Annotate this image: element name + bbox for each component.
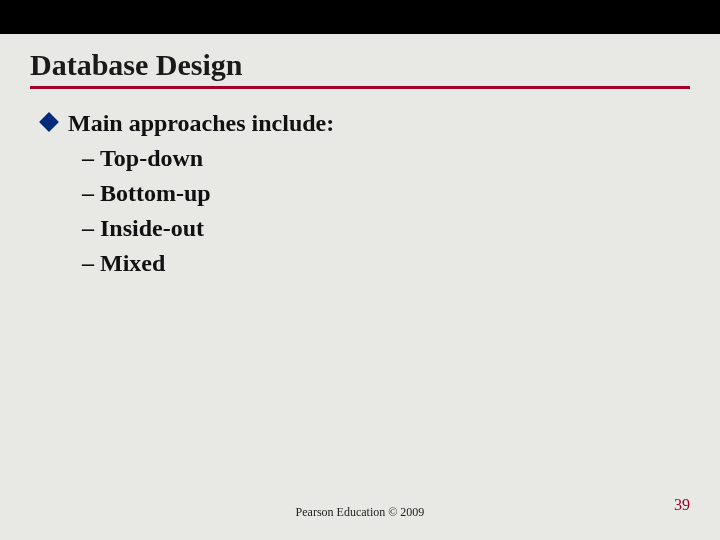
dash-icon: – (82, 215, 94, 241)
title-underline (30, 86, 690, 89)
dash-icon: – (82, 145, 94, 171)
list-item: –Inside-out (82, 211, 690, 246)
sub-list: –Top-down –Bottom-up –Inside-out –Mixed (82, 141, 690, 280)
list-item-label: Mixed (100, 250, 165, 276)
slide-title: Database Design (30, 48, 690, 82)
page-number: 39 (674, 496, 690, 514)
main-bullet: Main approaches include: (42, 107, 690, 139)
list-item-label: Bottom-up (100, 180, 211, 206)
list-item: –Bottom-up (82, 176, 690, 211)
list-item-label: Top-down (100, 145, 203, 171)
dash-icon: – (82, 180, 94, 206)
footer-text: Pearson Education © 2009 (0, 505, 720, 520)
slide-content: Database Design Main approaches include:… (0, 34, 720, 281)
diamond-icon (39, 112, 59, 132)
top-bar (0, 0, 720, 34)
list-item: –Mixed (82, 246, 690, 281)
dash-icon: – (82, 250, 94, 276)
list-item: –Top-down (82, 141, 690, 176)
list-item-label: Inside-out (100, 215, 204, 241)
lead-text: Main approaches include: (68, 107, 334, 139)
